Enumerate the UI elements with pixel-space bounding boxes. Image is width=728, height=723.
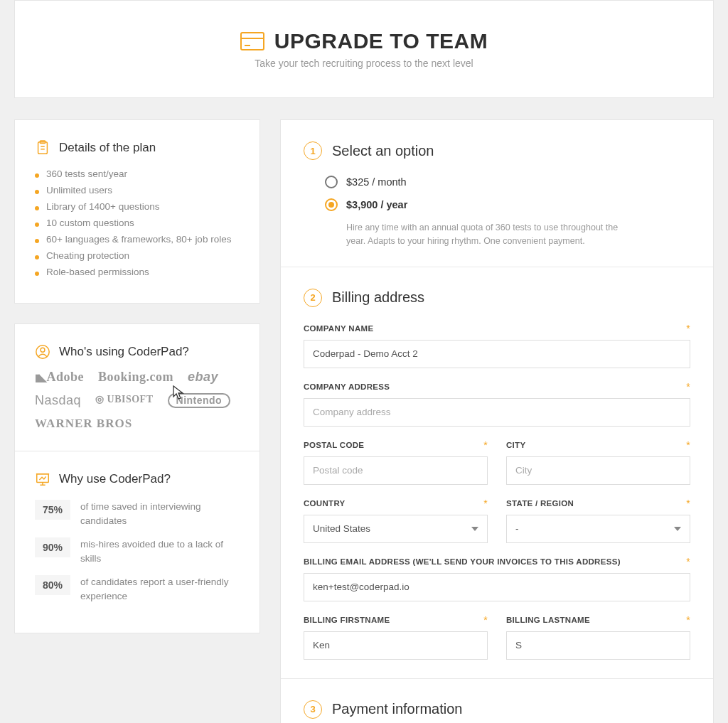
chevron-down-icon bbox=[471, 527, 478, 531]
billing-email-input[interactable] bbox=[304, 573, 690, 601]
stat-text: of candidates report a user-friendly exp… bbox=[80, 575, 240, 603]
plan-details-card: Details of the plan 360 tests sent/year … bbox=[14, 119, 260, 304]
billing-email-label: BILLING EMAIL ADDRESS (WE'LL SEND YOUR I… bbox=[304, 557, 621, 566]
state-value: - bbox=[515, 523, 519, 534]
page-subtitle: Take your tech recruiting process to the… bbox=[29, 58, 699, 69]
step-title: Payment information bbox=[332, 701, 462, 717]
user-icon bbox=[35, 344, 50, 360]
step-billing-address: 2 Billing address COMPANY NAME* COMPANY … bbox=[281, 267, 713, 681]
plan-feature: 10 custom questions bbox=[35, 218, 240, 228]
company-address-input[interactable] bbox=[304, 398, 690, 427]
required-indicator: * bbox=[686, 323, 690, 334]
step-payment-info: 3 Payment information CREDIT CARD 1234 1… bbox=[281, 678, 713, 724]
required-indicator: * bbox=[686, 381, 690, 392]
step-number: 1 bbox=[304, 141, 322, 160]
step-title: Billing address bbox=[332, 289, 424, 306]
country-label: COUNTRY bbox=[304, 499, 346, 508]
logo-booking: Booking.com bbox=[98, 370, 173, 385]
billing-firstname-input[interactable] bbox=[304, 631, 488, 660]
country-value: United States bbox=[313, 523, 370, 534]
plan-option-label: $3,900 / year bbox=[346, 199, 407, 210]
required-indicator: * bbox=[686, 614, 690, 626]
credit-card-icon bbox=[240, 32, 264, 50]
city-input[interactable] bbox=[506, 456, 690, 485]
step-title: Select an option bbox=[332, 143, 434, 159]
page-header: UPGRADE TO TEAM Take your tech recruitin… bbox=[14, 0, 714, 98]
plan-feature: Role-based permissions bbox=[35, 267, 240, 277]
plan-option-monthly[interactable]: $325 / month bbox=[325, 176, 690, 188]
presentation-icon bbox=[35, 471, 50, 487]
step-number: 3 bbox=[304, 700, 322, 719]
city-label: CITY bbox=[506, 441, 525, 449]
billing-lastname-input[interactable] bbox=[506, 631, 690, 660]
postal-code-label: POSTAL CODE bbox=[304, 441, 364, 449]
state-label: STATE / REGION bbox=[506, 499, 574, 508]
plan-feature: Cheating protection bbox=[35, 250, 240, 261]
company-name-label: COMPANY NAME bbox=[304, 324, 373, 333]
plan-description: Hire any time with an annual quota of 36… bbox=[325, 221, 631, 248]
required-indicator: * bbox=[686, 556, 690, 567]
stat-row: 90% mis-hires avoided due to a lack of s… bbox=[35, 537, 240, 565]
plan-feature: 360 tests sent/year bbox=[35, 168, 240, 179]
stat-row: 75% of time saved in interviewing candid… bbox=[35, 500, 240, 527]
customers-title: Who's using CoderPad? bbox=[59, 345, 189, 359]
billing-firstname-label: BILLING FIRSTNAME bbox=[304, 616, 390, 624]
stat-value: 75% bbox=[35, 500, 70, 520]
required-indicator: * bbox=[686, 498, 690, 509]
billing-lastname-label: BILLING LASTNAME bbox=[506, 616, 590, 624]
customers-card: Who's using CoderPad? Adobe Booking.com … bbox=[14, 323, 260, 633]
state-select[interactable]: - bbox=[506, 515, 690, 543]
plan-option-label: $325 / month bbox=[346, 176, 407, 188]
company-address-label: COMPANY ADDRESS bbox=[304, 382, 390, 391]
chevron-down-icon bbox=[674, 527, 681, 531]
stat-value: 80% bbox=[35, 575, 70, 595]
logo-ebay: ebay bbox=[188, 370, 218, 385]
postal-code-input[interactable] bbox=[304, 456, 488, 485]
radio-icon bbox=[325, 176, 338, 188]
stat-text: mis-hires avoided due to a lack of skill… bbox=[80, 537, 240, 565]
required-indicator: * bbox=[483, 614, 488, 626]
logo-adobe: Adobe bbox=[35, 370, 84, 385]
logo-warner: WARNER BROS bbox=[35, 417, 132, 431]
stat-row: 80% of candidates report a user-friendly… bbox=[35, 575, 240, 603]
step-number: 2 bbox=[304, 289, 322, 307]
plan-details-title: Details of the plan bbox=[59, 141, 156, 155]
clipboard-icon bbox=[35, 140, 50, 156]
stat-text: of time saved in interviewing candidates bbox=[80, 500, 240, 527]
why-title: Why use CoderPad? bbox=[59, 472, 171, 486]
plan-feature: Unlimited users bbox=[35, 185, 240, 196]
plan-feature: 60+ languages & frameworks, 80+ job role… bbox=[35, 234, 240, 245]
country-select[interactable]: United States bbox=[304, 515, 488, 543]
checkout-form: 1 Select an option $325 / month $3,900 /… bbox=[280, 119, 714, 723]
logo-nintendo: Nintendo bbox=[168, 393, 231, 408]
company-name-input[interactable] bbox=[304, 340, 690, 368]
stat-value: 90% bbox=[35, 537, 70, 557]
plan-option-yearly[interactable]: $3,900 / year bbox=[325, 198, 690, 211]
radio-icon bbox=[325, 198, 338, 211]
plan-feature: Library of 1400+ questions bbox=[35, 201, 240, 212]
required-indicator: * bbox=[483, 439, 488, 451]
page-title: UPGRADE TO TEAM bbox=[274, 29, 488, 53]
plan-features-list: 360 tests sent/year Unlimited users Libr… bbox=[35, 168, 240, 277]
logo-ubisoft: UBISOFT bbox=[95, 393, 153, 408]
required-indicator: * bbox=[686, 439, 690, 451]
step-select-option: 1 Select an option $325 / month $3,900 /… bbox=[281, 120, 713, 269]
required-indicator: * bbox=[483, 498, 488, 509]
logo-nasdaq: Nasdaq bbox=[35, 393, 81, 408]
svg-point-5 bbox=[41, 348, 45, 352]
